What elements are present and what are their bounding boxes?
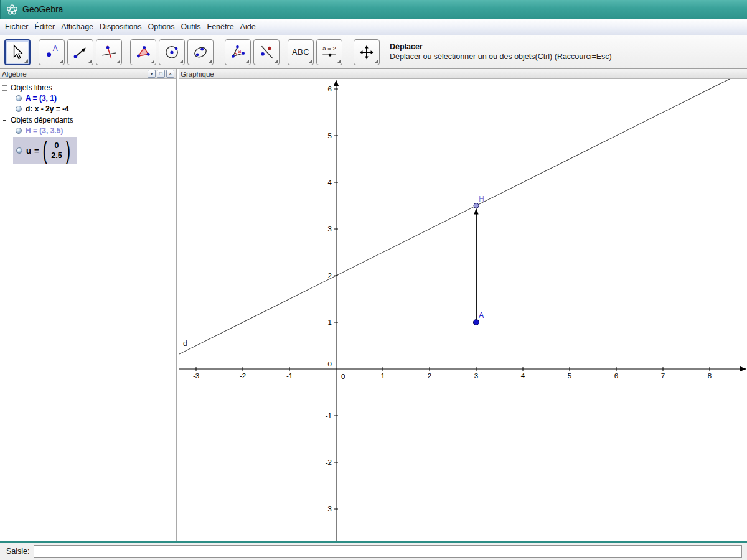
svg-text:4: 4 — [328, 179, 332, 186]
svg-text:6: 6 — [328, 85, 332, 93]
paren-close: ) — [66, 136, 71, 165]
reflection-tool-icon — [258, 44, 275, 60]
line-tool-button[interactable] — [67, 39, 93, 65]
saisie-input[interactable] — [34, 545, 742, 558]
toolbar: A — [0, 35, 747, 69]
svg-text:-1: -1 — [286, 372, 293, 380]
menu-aide[interactable]: Aide — [240, 20, 261, 34]
move-view-icon — [359, 44, 375, 60]
svg-text:5: 5 — [568, 372, 571, 380]
svg-text:6: 6 — [614, 372, 618, 380]
graphics-canvas-area[interactable]: d-3-2-1012345678-3-2-10123456AH — [179, 79, 747, 541]
text-tool-button[interactable]: ABC — [288, 39, 314, 65]
algebra-item-text: d: x - 2y = -4 — [26, 105, 69, 113]
svg-text:A: A — [53, 44, 58, 53]
equals-sign: = — [34, 146, 39, 156]
algebra-view: Algèbre ▾ □ × Objets libres A = (3, 1) d… — [0, 69, 177, 541]
menu-dispositions[interactable]: Dispositions — [100, 20, 147, 34]
perpendicular-line-icon — [101, 44, 117, 60]
svg-text:3: 3 — [474, 372, 478, 380]
menu-editer[interactable]: Éditer — [35, 20, 61, 34]
algebra-view-title: Algèbre — [2, 70, 146, 78]
menu-bar: Fichier Éditer Affichage Dispositions Op… — [0, 19, 747, 35]
algebra-tree: Objets libres A = (3, 1) d: x - 2y = -4 … — [0, 79, 176, 164]
menu-outils[interactable]: Outils — [181, 20, 207, 34]
vector-y: 2.5 — [51, 151, 62, 161]
move-view-tool-button[interactable] — [354, 39, 380, 65]
svg-text:7: 7 — [661, 372, 665, 380]
input-bar-label: Saisie: — [6, 547, 30, 556]
main-area: Algèbre ▾ □ × Objets libres A = (3, 1) d… — [0, 69, 747, 541]
svg-text:0: 0 — [328, 360, 332, 368]
svg-text:a = 2: a = 2 — [322, 44, 336, 51]
svg-text:A: A — [479, 311, 484, 320]
vector-components: 0 2.5 — [47, 141, 65, 161]
window-title: GeoGebra — [22, 4, 63, 14]
algebra-item-text: A = (3, 1) — [26, 94, 57, 103]
algebra-item-H[interactable]: H = (3, 3.5) — [0, 125, 176, 136]
svg-text:0: 0 — [341, 373, 345, 380]
menu-fenetre[interactable]: Fenêtre — [207, 20, 240, 34]
collapse-icon[interactable] — [2, 85, 7, 91]
geogebra-logo-icon — [6, 4, 18, 16]
input-bar: Saisie: — [0, 543, 747, 560]
text-tool-label: ABC — [292, 47, 309, 57]
algebra-item-d[interactable]: d: x - 2y = -4 — [0, 103, 176, 114]
circle-tool-icon — [164, 44, 180, 60]
algebra-dropdown-button[interactable]: ▾ — [148, 70, 156, 78]
menu-options[interactable]: Options — [148, 20, 180, 34]
svg-text:8: 8 — [708, 372, 712, 380]
cursor-arrow-icon — [9, 44, 26, 60]
point-tool-button[interactable]: A — [39, 39, 65, 65]
circle-tool-button[interactable] — [159, 39, 185, 65]
svg-text:2: 2 — [328, 272, 332, 279]
reflection-tool-button[interactable] — [253, 39, 280, 65]
slider-tool-button[interactable]: a = 2 — [316, 39, 342, 65]
selected-row-highlight: u = ( 0 2.5 ) — [13, 137, 77, 164]
angle-tool-button[interactable]: a — [225, 39, 251, 65]
algebra-group-label: Objets libres — [11, 83, 52, 92]
algebra-group-label: Objets dépendants — [11, 116, 73, 124]
ellipse-tool-icon — [192, 44, 209, 60]
svg-text:a: a — [238, 48, 242, 54]
visibility-marble-icon[interactable] — [16, 147, 22, 154]
visibility-marble-icon[interactable] — [16, 128, 22, 134]
svg-text:1: 1 — [328, 319, 332, 326]
graphics-view-title: Graphique — [181, 70, 745, 78]
svg-text:4: 4 — [521, 372, 525, 380]
graph-canvas[interactable]: d-3-2-1012345678-3-2-10123456AH — [179, 79, 747, 541]
visibility-marble-icon[interactable] — [16, 106, 22, 112]
algebra-item-A[interactable]: A = (3, 1) — [0, 93, 176, 103]
svg-text:-3: -3 — [326, 505, 332, 513]
svg-text:-2: -2 — [240, 372, 246, 380]
svg-text:-3: -3 — [193, 372, 199, 380]
menu-fichier[interactable]: Fichier — [5, 20, 34, 34]
polygon-tool-button[interactable] — [130, 39, 156, 65]
paren-open: ( — [43, 136, 48, 165]
svg-text:5: 5 — [328, 132, 332, 139]
graphics-view-header: Graphique — [179, 69, 747, 79]
algebra-close-button[interactable]: × — [166, 70, 174, 78]
vector-x: 0 — [54, 141, 59, 151]
active-tool-title: Déplacer — [390, 42, 612, 52]
svg-text:3: 3 — [328, 225, 332, 233]
svg-text:-1: -1 — [326, 412, 332, 419]
svg-text:-2: -2 — [326, 459, 332, 466]
algebra-item-u[interactable]: u = ( 0 2.5 ) — [0, 137, 176, 164]
ellipse-tool-button[interactable] — [187, 39, 214, 65]
collapse-icon[interactable] — [2, 118, 7, 123]
algebra-group-free[interactable]: Objets libres — [0, 83, 176, 93]
title-bar: GeoGebra — [0, 0, 747, 19]
visibility-marble-icon[interactable] — [16, 95, 22, 101]
polygon-tool-icon — [135, 44, 151, 60]
algebra-group-dependent[interactable]: Objets dépendants — [0, 115, 176, 125]
svg-text:d: d — [183, 339, 187, 348]
angle-tool-icon: a — [230, 44, 246, 60]
algebra-restore-button[interactable]: □ — [157, 70, 165, 78]
perpendicular-line-tool-button[interactable] — [96, 39, 122, 65]
move-tool-button[interactable] — [4, 39, 31, 65]
algebra-view-header: Algèbre ▾ □ × — [0, 69, 176, 79]
menu-affichage[interactable]: Affichage — [61, 20, 99, 34]
svg-text:2: 2 — [428, 372, 431, 380]
algebra-item-text: H = (3, 3.5) — [26, 126, 63, 135]
